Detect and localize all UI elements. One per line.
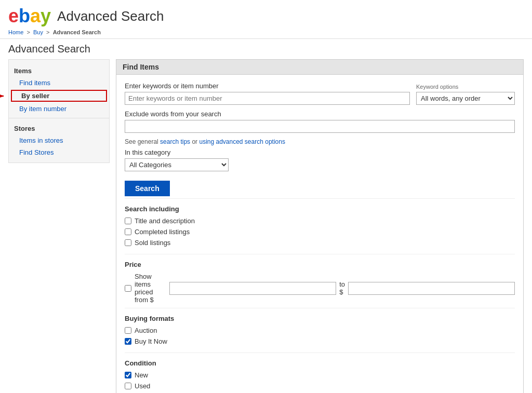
exclude-input[interactable] — [125, 120, 515, 133]
sidebar-items-section: Items — [9, 64, 109, 77]
checkbox-used-label: Used — [135, 382, 150, 390]
buying-formats-section: Buying formats Auction Buy It Now — [125, 308, 515, 350]
checkbox-new-label: New — [135, 371, 148, 379]
price-section: Price Show items priced from $ to $ — [125, 254, 515, 306]
checkbox-buy-it-now-input[interactable] — [125, 338, 131, 345]
sidebar-item-find-stores[interactable]: Find Stores — [9, 146, 109, 158]
checkbox-auction-input[interactable] — [125, 327, 131, 334]
advanced-search-options-link[interactable]: using advanced search options — [199, 138, 285, 145]
sidebar-item-by-item-number[interactable]: By item number — [9, 103, 109, 115]
price-label: Show items priced from $ — [135, 273, 166, 304]
search-including-section: Search including Title and description C… — [125, 198, 515, 252]
keyword-row-inner: Enter keywords or item number Keyword op… — [125, 82, 515, 105]
checkbox-new: New — [125, 371, 515, 379]
exclude-label: Exclude words from your search — [125, 110, 515, 118]
checkbox-sold-input[interactable] — [125, 239, 131, 246]
checkbox-new-input[interactable] — [125, 372, 131, 378]
checkbox-auction: Auction — [125, 327, 515, 334]
checkbox-buy-it-now-label: Buy It Now — [135, 337, 167, 345]
logo-e: e — [8, 5, 19, 26]
page-subtitle: Advanced Search — [0, 39, 532, 59]
checkbox-used: Used — [125, 382, 515, 390]
breadcrumb-home[interactable]: Home — [8, 29, 23, 35]
ebay-logo: ebay — [8, 5, 51, 27]
category-row: In this category All Categories Antiques… — [125, 148, 515, 171]
sidebar-divider — [9, 118, 109, 118]
exclude-row: Exclude words from your search — [125, 110, 515, 133]
sidebar: Items Find items By seller By item numbe… — [8, 59, 110, 163]
condition-title: Condition — [125, 359, 515, 367]
main-layout: Items Find items By seller By item numbe… — [0, 59, 532, 393]
search-tips-text: See general — [125, 138, 158, 145]
logo-b: b — [19, 5, 30, 26]
checkbox-title-desc-input[interactable] — [125, 218, 131, 224]
header: ebay Advanced Search Home > Buy > Advanc… — [0, 0, 532, 39]
search-tips-line: See general search tips or using advance… — [125, 138, 515, 145]
price-to-label: to $ — [339, 280, 345, 296]
checkbox-sold-label: Sold listings — [135, 239, 170, 247]
sidebar-item-items-in-stores[interactable]: Items in stores — [9, 134, 109, 146]
buying-formats-title: Buying formats — [125, 315, 515, 322]
breadcrumb-current: Advanced Search — [53, 29, 101, 35]
checkbox-sold: Sold listings — [125, 239, 515, 247]
sidebar-item-find-items[interactable]: Find items — [9, 77, 109, 89]
price-title: Price — [125, 261, 515, 268]
checkbox-completed: Completed listings — [125, 228, 515, 236]
category-select[interactable]: All Categories Antiques Art Baby Books — [125, 158, 229, 171]
search-including-title: Search including — [125, 205, 515, 213]
checkbox-title-desc-label: Title and description — [135, 217, 195, 225]
keywords-row: Enter keywords or item number Keyword op… — [125, 82, 515, 105]
search-button[interactable]: Search — [125, 181, 170, 196]
keywords-label: Enter keywords or item number — [125, 82, 410, 90]
price-checkbox[interactable] — [125, 285, 131, 292]
logo-area: ebay Advanced Search — [8, 5, 524, 27]
logo-y: y — [41, 5, 51, 26]
by-seller-wrapper: By seller — [9, 90, 109, 102]
keyword-options-wrap: Keyword options All words, any order Any… — [416, 84, 515, 105]
breadcrumb: Home > Buy > Advanced Search — [8, 29, 524, 35]
checkbox-used-input[interactable] — [125, 383, 131, 389]
price-to-input[interactable] — [348, 282, 515, 295]
breadcrumb-buy[interactable]: Buy — [33, 29, 43, 35]
header-page-title: Advanced Search — [57, 8, 164, 24]
keywords-input[interactable] — [125, 92, 410, 105]
keyword-input-wrap: Enter keywords or item number — [125, 82, 410, 105]
condition-section: Condition New Used Not Specified — [125, 353, 515, 393]
sidebar-item-by-seller[interactable]: By seller — [11, 90, 107, 102]
checkbox-buy-it-now: Buy It Now — [125, 337, 515, 345]
checkbox-auction-label: Auction — [135, 327, 157, 334]
price-row: Show items priced from $ to $ — [125, 273, 515, 304]
red-arrow — [0, 87, 8, 105]
find-items-body: Enter keywords or item number Keyword op… — [116, 75, 524, 393]
find-items-header: Find Items — [116, 59, 524, 75]
checkbox-completed-input[interactable] — [125, 228, 131, 235]
keyword-options-select[interactable]: All words, any order Any words, any orde… — [416, 92, 515, 105]
search-tips-link[interactable]: search tips — [160, 138, 190, 145]
sidebar-stores-section: Stores — [9, 121, 109, 134]
keyword-options-label: Keyword options — [416, 84, 515, 90]
checkbox-completed-label: Completed listings — [135, 228, 190, 236]
price-from-input[interactable] — [169, 282, 336, 295]
search-tips-or: or — [192, 138, 197, 145]
logo-a: a — [30, 5, 41, 26]
checkbox-title-desc: Title and description — [125, 217, 515, 225]
category-label: In this category — [125, 148, 515, 156]
content-area: Find Items Enter keywords or item number… — [116, 59, 524, 393]
